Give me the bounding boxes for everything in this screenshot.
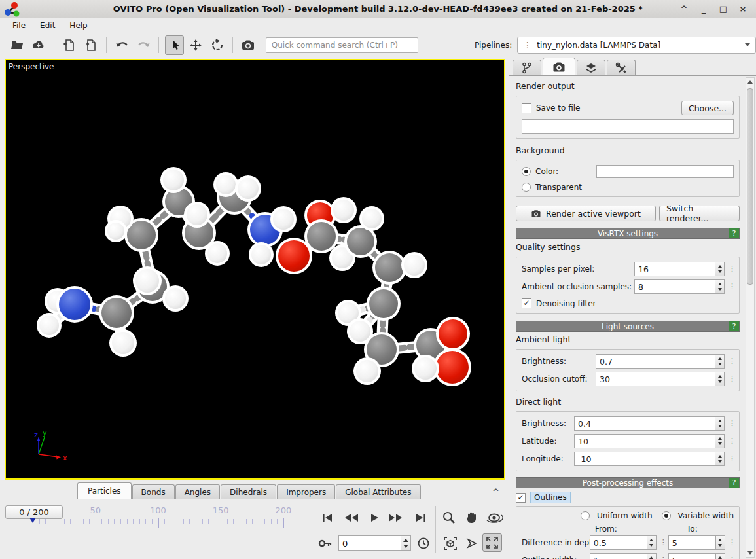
zoom-scene-extents-button[interactable]: [441, 534, 460, 552]
viewport-caption[interactable]: Perspective: [9, 62, 54, 71]
quick-command-search-input[interactable]: [266, 37, 418, 53]
output-path-field[interactable]: [522, 119, 734, 134]
spin-buttons[interactable]: [716, 553, 725, 559]
auto-key-button[interactable]: [317, 534, 334, 552]
inspector-collapse-icon[interactable]: ^: [492, 487, 499, 499]
render-active-viewport-button[interactable]: Render active viewport: [516, 206, 656, 221]
goto-start-button[interactable]: [317, 509, 337, 527]
outline-width-from-field[interactable]: 1: [590, 553, 647, 559]
viewport-menu-button[interactable]: [462, 534, 482, 552]
step-forward-button[interactable]: [386, 509, 405, 527]
timeline-position-marker[interactable]: [29, 518, 36, 523]
spin-up-icon[interactable]: [403, 539, 408, 542]
parameter-menu-icon[interactable]: ⋮: [729, 267, 734, 271]
tab-dihedrals[interactable]: Dihedrals: [221, 484, 276, 499]
redo-button[interactable]: [134, 35, 153, 55]
frame-spinner-buttons[interactable]: [401, 535, 411, 551]
viewport-perspective[interactable]: Perspective z y x: [5, 59, 505, 480]
panel-scrollbar[interactable]: [746, 77, 755, 558]
occlusion-cutoff-field[interactable]: 30: [596, 372, 715, 386]
frame-spinner-input[interactable]: [338, 535, 401, 551]
orbit-mode-button[interactable]: [484, 509, 504, 527]
save-state-button[interactable]: [60, 35, 79, 55]
shade-window-button[interactable]: ^: [679, 4, 689, 14]
latitude-field[interactable]: 10: [574, 434, 715, 448]
post-processing-header[interactable]: Post-processing effects ?: [516, 477, 740, 488]
samples-per-pixel-field[interactable]: 16: [634, 262, 715, 276]
uniform-width-radio[interactable]: [581, 511, 590, 520]
light-sources-header[interactable]: Light sources ?: [516, 321, 740, 332]
animation-settings-button[interactable]: [414, 534, 433, 552]
spin-buttons[interactable]: [715, 416, 725, 431]
tab-angles[interactable]: Angles: [175, 484, 220, 499]
move-mode-button[interactable]: [187, 35, 206, 55]
menu-help[interactable]: Help: [63, 20, 93, 31]
depth-from-field[interactable]: 0.5: [590, 535, 647, 550]
zoom-mode-button[interactable]: [439, 509, 459, 527]
spin-buttons[interactable]: [715, 280, 725, 294]
pan-mode-button[interactable]: [461, 509, 481, 527]
background-color-swatch[interactable]: [596, 165, 734, 178]
maximize-window-button[interactable]: □: [718, 4, 729, 14]
spin-buttons[interactable]: [715, 372, 725, 386]
help-button[interactable]: ?: [729, 321, 739, 331]
parameter-menu-icon[interactable]: ⋮: [729, 285, 734, 289]
scroll-down-icon[interactable]: [747, 551, 753, 555]
variable-width-radio[interactable]: [662, 511, 671, 520]
maximize-viewport-button[interactable]: [482, 533, 502, 552]
close-window-button[interactable]: ×: [738, 4, 748, 14]
import-remote-file-button[interactable]: [29, 35, 48, 55]
parameter-menu-icon[interactable]: ⋮: [729, 422, 734, 425]
help-button[interactable]: ?: [729, 228, 739, 238]
background-color-radio[interactable]: [522, 167, 531, 176]
parameter-menu-icon[interactable]: ⋮: [729, 541, 734, 545]
spin-buttons[interactable]: [716, 535, 725, 550]
parameter-menu-icon[interactable]: ⋮: [660, 541, 665, 545]
outline-width-to-field[interactable]: 5: [668, 553, 716, 559]
outlines-checkbox[interactable]: ✓: [516, 493, 526, 503]
spin-buttons[interactable]: [715, 434, 725, 448]
rotate-mode-button[interactable]: [208, 35, 227, 55]
scrollbar-handle[interactable]: [747, 88, 753, 285]
tab-render[interactable]: [543, 58, 575, 75]
timeline-ruler[interactable]: 50100150200: [0, 499, 314, 539]
visrtx-settings-header[interactable]: VisRTX settings ?: [516, 228, 740, 239]
step-back-button[interactable]: [342, 509, 361, 527]
tab-global-attributes[interactable]: Global Attributes: [336, 484, 420, 499]
spin-buttons[interactable]: [715, 262, 725, 276]
parameter-menu-icon[interactable]: ⋮: [729, 377, 734, 381]
tab-utilities[interactable]: [607, 60, 636, 75]
save-to-file-checkbox[interactable]: [522, 103, 531, 113]
direct-brightness-field[interactable]: 0.4: [574, 416, 715, 431]
tab-overlays[interactable]: [577, 60, 605, 75]
spin-down-icon[interactable]: [403, 545, 408, 548]
parameter-menu-icon[interactable]: ⋮: [729, 439, 734, 443]
tab-impropers[interactable]: Impropers: [277, 484, 335, 499]
open-file-button[interactable]: [8, 35, 27, 55]
tab-bonds[interactable]: Bonds: [132, 484, 175, 499]
render-toolbar-button[interactable]: [239, 35, 258, 55]
minimize-window-button[interactable]: _: [698, 4, 709, 14]
spin-buttons[interactable]: [715, 452, 725, 466]
switch-renderer-button[interactable]: Switch renderer...: [659, 206, 740, 221]
tab-pipeline[interactable]: [513, 60, 541, 75]
choose-file-button[interactable]: Choose...: [681, 101, 734, 115]
background-transparent-radio[interactable]: [522, 183, 531, 192]
goto-end-button[interactable]: [411, 509, 431, 527]
spin-buttons[interactable]: [647, 535, 657, 550]
ao-samples-field[interactable]: 8: [634, 280, 715, 294]
play-button[interactable]: [365, 509, 384, 527]
ambient-brightness-field[interactable]: 0.7: [596, 354, 715, 369]
denoising-filter-checkbox[interactable]: ✓: [522, 298, 531, 308]
spin-buttons[interactable]: [647, 553, 657, 559]
depth-to-field[interactable]: 5: [668, 535, 716, 550]
tab-particles[interactable]: Particles: [77, 482, 132, 499]
undo-button[interactable]: [113, 35, 132, 55]
menu-file[interactable]: File: [7, 20, 31, 31]
pipeline-selector[interactable]: ⋮ tiny_nylon.data [LAMMPS Data]: [517, 37, 756, 54]
help-button[interactable]: ?: [729, 478, 739, 488]
scroll-up-icon[interactable]: [747, 80, 753, 84]
parameter-menu-icon[interactable]: ⋮: [729, 359, 734, 363]
save-state-as-button[interactable]: [82, 35, 101, 55]
selection-mode-button[interactable]: [165, 35, 184, 55]
